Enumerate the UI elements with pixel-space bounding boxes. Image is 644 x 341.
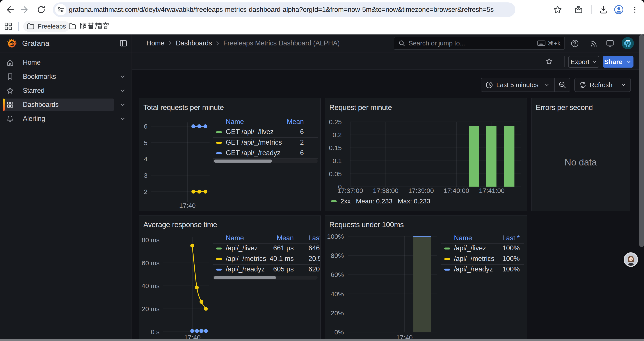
panel-collapse-icon — [119, 39, 128, 47]
kebab-menu-icon — [630, 5, 640, 14]
sidebar-item-dashboards[interactable]: Dashboards — [0, 98, 132, 112]
browser-window: grafana.mathmast.com/d/deytv4rwavabkb/fr… — [0, 0, 644, 341]
legend-series-name[interactable]: /api/_/livez — [226, 244, 258, 252]
sidebar-item-alerting[interactable]: Alerting — [0, 112, 132, 126]
breadcrumb: Home Dashboards Freeleaps Metrics Dashbo… — [146, 35, 340, 52]
monitor-icon[interactable] — [606, 39, 614, 48]
star-icon — [6, 87, 14, 95]
reload-button[interactable] — [35, 3, 48, 16]
share-menu-button[interactable] — [624, 56, 634, 68]
legend-series-name[interactable]: /api/_/readyz — [454, 265, 493, 273]
clock-icon — [485, 81, 493, 89]
legend-series-name[interactable]: GET /api/_/readyz — [226, 149, 280, 157]
chevron-down-icon — [592, 59, 597, 65]
help-icon[interactable] — [570, 39, 579, 48]
bookmark-star-icon — [553, 5, 562, 14]
search-input[interactable]: Search or jump to... ⌘+k — [394, 37, 565, 50]
rss-icon[interactable] — [590, 39, 598, 48]
side-panel-apps-button[interactable] — [2, 20, 15, 33]
share-button[interactable]: Share — [603, 56, 624, 68]
bookmarks-separator — [18, 22, 19, 31]
svg-text:0.2: 0.2 — [332, 131, 342, 138]
search-placeholder: Search or jump to... — [408, 40, 537, 47]
time-range-button[interactable]: Last 5 minutes — [481, 81, 554, 89]
sidebar-item-label: Dashboards — [23, 98, 58, 112]
zoom-out-time-button[interactable] — [555, 81, 570, 89]
downloads-button[interactable] — [597, 3, 610, 16]
legend-row-divider — [441, 275, 524, 275]
vertical-scrollbar[interactable] — [639, 35, 644, 247]
panel-errors-per-second: Errors per second No data — [531, 98, 630, 211]
extensions-puzzle-icon — [574, 5, 583, 14]
legend-series-name[interactable]: /api/_/readyz — [226, 265, 265, 273]
site-info-button[interactable] — [55, 4, 66, 15]
bookmark-page-button[interactable] — [551, 3, 564, 16]
legend-column-header[interactable]: Name — [454, 234, 472, 242]
back-button[interactable] — [3, 3, 16, 16]
share-label: Share — [604, 58, 622, 66]
url-bar[interactable]: grafana.mathmast.com/d/deytv4rwavabkb/fr… — [53, 3, 515, 17]
legend-value: 100% — [502, 265, 520, 273]
sidebar-collapse-button[interactable] — [119, 39, 128, 48]
request-per-minute-chart: 17:37:0017:38:0017:39:0017:40:0017:41:00… — [325, 98, 527, 211]
floating-extension-avatar[interactable] — [624, 252, 638, 267]
reload-icon — [36, 5, 46, 15]
grafana-logo[interactable] — [6, 38, 17, 49]
legend-series-name[interactable]: /api/_/metrics — [454, 255, 494, 263]
user-avatar[interactable] — [622, 37, 634, 49]
apps-grid-icon — [4, 22, 13, 31]
legend-hscrollbar-thumb[interactable] — [214, 160, 272, 163]
extensions-button[interactable] — [572, 3, 585, 16]
favorite-star-button[interactable] — [545, 58, 553, 65]
breadcrumb-home[interactable]: Home — [146, 39, 164, 47]
series-name[interactable]: 2xx — [340, 197, 351, 205]
legend-column-header[interactable]: Name — [226, 118, 244, 126]
legend-value: 6 — [300, 149, 304, 157]
svg-text:17:39:00: 17:39:00 — [408, 187, 434, 194]
chevron-down-icon[interactable] — [119, 73, 127, 81]
legend-series-name[interactable]: GET /api/_/metrics — [226, 138, 282, 146]
legend-column-header[interactable]: Last * — [502, 234, 520, 242]
sidebar-nav: Home Bookmarks Starred — [0, 56, 132, 126]
legend-value: 100% — [502, 255, 520, 263]
profile-button[interactable] — [612, 3, 625, 16]
legend-column-header[interactable]: Mean — [287, 118, 304, 126]
export-button[interactable]: Export — [568, 56, 599, 68]
breadcrumb-dashboards[interactable]: Dashboards — [176, 39, 212, 47]
legend-row-divider — [441, 254, 524, 254]
legend-row-divider — [212, 275, 318, 275]
refresh-button[interactable]: Refresh — [575, 81, 616, 89]
legend-column-header[interactable]: Last * — [308, 234, 320, 242]
legend-series-name[interactable]: GET /api/_/livez — [226, 128, 274, 136]
sidebar-item-starred[interactable]: Starred — [0, 84, 132, 98]
sidebar-item-home[interactable]: Home — [0, 56, 132, 70]
legend-hscrollbar-thumb[interactable] — [214, 276, 276, 279]
sidebar-item-bookmarks[interactable]: Bookmarks — [0, 70, 132, 84]
cjk-text-glyphs — [79, 22, 109, 30]
sidebar-item-label: Bookmarks — [23, 70, 56, 84]
refresh-icon — [579, 81, 586, 89]
legend-column-header[interactable]: Name — [226, 234, 244, 242]
chevron-down-icon[interactable] — [119, 87, 127, 95]
panel-request-per-minute: Request per minute 17:37:0017:38:0017:39… — [325, 98, 527, 211]
forward-button[interactable] — [18, 3, 32, 16]
bookmark-folder-blogs[interactable] — [65, 21, 113, 32]
panel-title[interactable]: Errors per second — [536, 103, 593, 112]
legend-row-divider — [212, 254, 318, 254]
average-response-time-legend: NameMeanLast */api/_/livez661 µs646 µs/a… — [139, 215, 320, 341]
series-color-chip — [216, 142, 222, 144]
chevron-down-icon[interactable] — [119, 101, 127, 109]
refresh-interval-button[interactable] — [616, 82, 630, 88]
legend-series-name[interactable]: /api/_/livez — [454, 244, 486, 252]
legend-column-header[interactable]: Mean — [277, 234, 294, 242]
browser-menu-button[interactable] — [628, 3, 641, 16]
url-text: grafana.mathmast.com/d/deytv4rwavabkb/fr… — [69, 3, 494, 17]
chevron-down-icon[interactable] — [119, 115, 127, 123]
back-arrow-icon — [4, 5, 14, 15]
legend-value: 6 — [300, 128, 304, 136]
folder-icon — [27, 22, 35, 30]
legend-series-name[interactable]: /api/_/metrics — [226, 255, 266, 263]
series-color-chip — [444, 269, 450, 270]
bookmark-folder-freeleaps[interactable]: Freeleaps — [23, 21, 70, 32]
legend-row-divider — [212, 137, 318, 138]
